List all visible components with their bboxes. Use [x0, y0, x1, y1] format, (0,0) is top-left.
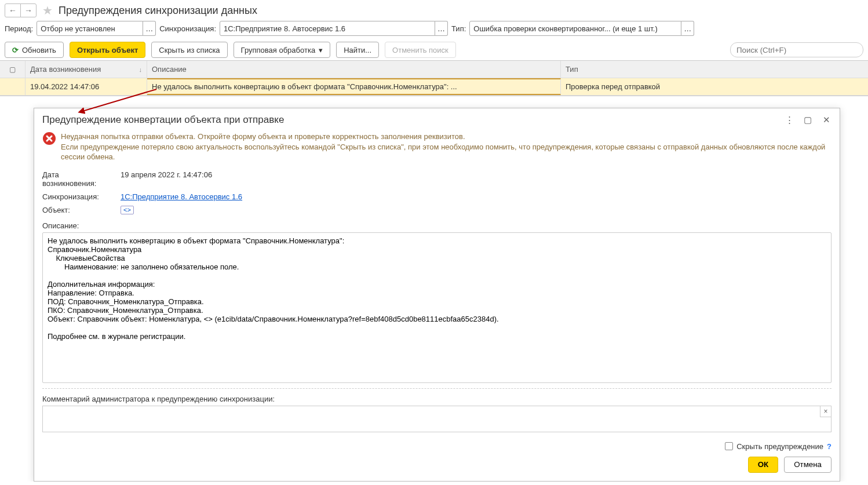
chevron-down-icon: ▾ — [319, 46, 323, 54]
detail-object-label: Объект: — [42, 206, 115, 214]
nav-forward-button[interactable]: → — [20, 3, 37, 17]
ellipsis-icon[interactable]: … — [681, 21, 694, 36]
sort-desc-icon: ↓ — [139, 66, 143, 73]
warning-message: Неудачная попытка отправки объекта. Откр… — [61, 132, 831, 162]
detail-object-link[interactable]: <> — [121, 206, 134, 214]
detail-date-value: 19 апреля 2022 г. 14:47:06 — [121, 170, 212, 188]
cancel-search-button: Отменить поиск — [385, 42, 456, 58]
grid-col-type-header[interactable]: Тип — [561, 61, 868, 78]
comment-textarea[interactable] — [42, 406, 831, 432]
comment-clear-button[interactable]: × — [820, 406, 831, 417]
hide-warning-label: Скрыть предупреждение — [736, 442, 823, 451]
hide-warning-checkbox[interactable] — [725, 442, 733, 450]
help-icon[interactable]: ? — [827, 442, 831, 451]
comment-icon: ▢ — [9, 65, 16, 74]
filter-sync-label: Синхронизация: — [159, 24, 216, 33]
warning-dialog: Предупреждение конвертации объекта при о… — [34, 108, 840, 482]
filter-period-field[interactable]: Отбор не установлен … — [37, 21, 156, 36]
filter-type-label: Тип: — [451, 24, 466, 33]
ok-button[interactable]: ОК — [748, 457, 779, 473]
comment-label: Комментарий администратора к предупрежде… — [42, 392, 831, 403]
filter-period-label: Период: — [5, 24, 33, 33]
grid-col-date-header[interactable]: Дата возникновения ↓ — [25, 61, 147, 78]
open-object-button[interactable]: Открыть объект — [70, 42, 145, 58]
description-textarea[interactable] — [42, 232, 831, 383]
grid-col-icon-header[interactable]: ▢ — [0, 61, 25, 78]
ellipsis-icon[interactable]: … — [435, 21, 448, 36]
refresh-button[interactable]: ⟳ Обновить — [5, 42, 64, 58]
group-process-button[interactable]: Групповая обработка ▾ — [234, 42, 331, 58]
ellipsis-icon[interactable]: … — [143, 21, 156, 36]
filter-type-field[interactable]: Ошибка проверки сконвертированног... (и … — [469, 21, 694, 36]
nav-back-button[interactable]: ← — [5, 3, 21, 17]
cancel-button[interactable]: Отмена — [784, 457, 831, 473]
detail-sync-link[interactable]: 1С:Предприятие 8. Автосервис 1.6 — [121, 192, 242, 201]
grid-col-desc-header[interactable]: Описание — [147, 61, 561, 78]
dialog-maximize-button[interactable]: ▢ — [803, 115, 813, 125]
search-input[interactable] — [730, 42, 863, 57]
filter-sync-field[interactable]: 1С:Предприятие 8. Автосервис 1.6 … — [220, 21, 448, 36]
refresh-icon: ⟳ — [12, 46, 19, 54]
dialog-close-button[interactable]: ✕ — [821, 115, 831, 125]
description-label: Описание: — [42, 217, 831, 230]
favorite-star-icon[interactable]: ★ — [40, 3, 55, 17]
dialog-more-button[interactable]: ⋮ — [784, 115, 794, 125]
detail-date-label: Дата возникновения: — [42, 170, 115, 188]
warnings-grid: ▢ Дата возникновения ↓ Описание Тип 19.0… — [0, 60, 868, 96]
detail-sync-label: Синхронизация: — [42, 192, 115, 201]
error-icon — [42, 132, 56, 145]
hide-from-list-button[interactable]: Скрыть из списка — [151, 42, 227, 58]
splitter[interactable] — [42, 388, 831, 389]
dialog-title: Предупреждение конвертации объекта при о… — [42, 114, 284, 126]
page-title: Предупреждения синхронизации данных — [59, 5, 257, 17]
find-button[interactable]: Найти... — [336, 42, 379, 58]
table-row[interactable]: 19.04.2022 14:47:06 Не удалось выполнить… — [0, 78, 868, 96]
